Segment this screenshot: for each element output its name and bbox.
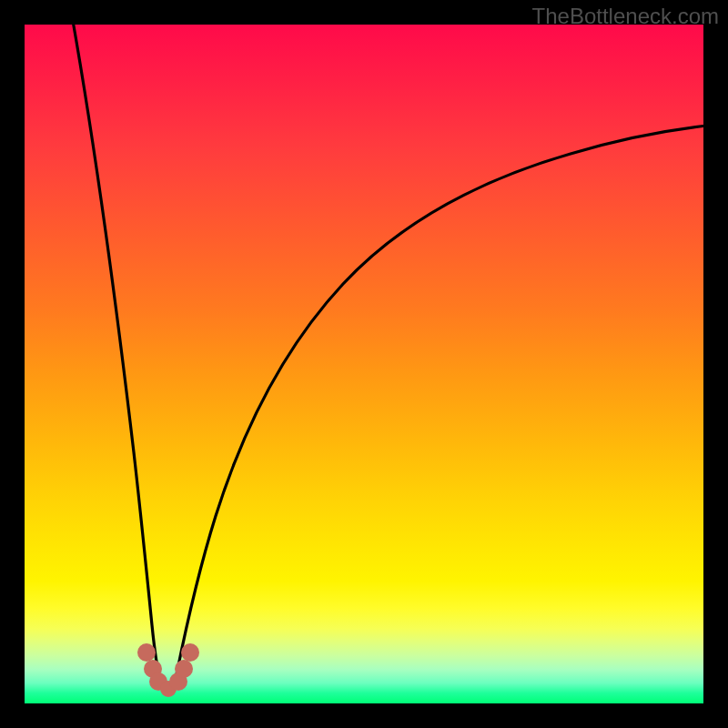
valley-marker xyxy=(181,643,199,662)
chart-frame: TheBottleneck.com xyxy=(0,0,728,728)
valley-marker-group xyxy=(137,643,199,697)
curve-left-branch xyxy=(72,15,161,683)
curve-right-branch xyxy=(175,125,716,683)
valley-marker xyxy=(175,660,193,678)
plot-area xyxy=(25,25,703,703)
curve-layer xyxy=(25,25,703,703)
watermark-text: TheBottleneck.com xyxy=(532,4,719,29)
valley-marker xyxy=(137,643,156,662)
